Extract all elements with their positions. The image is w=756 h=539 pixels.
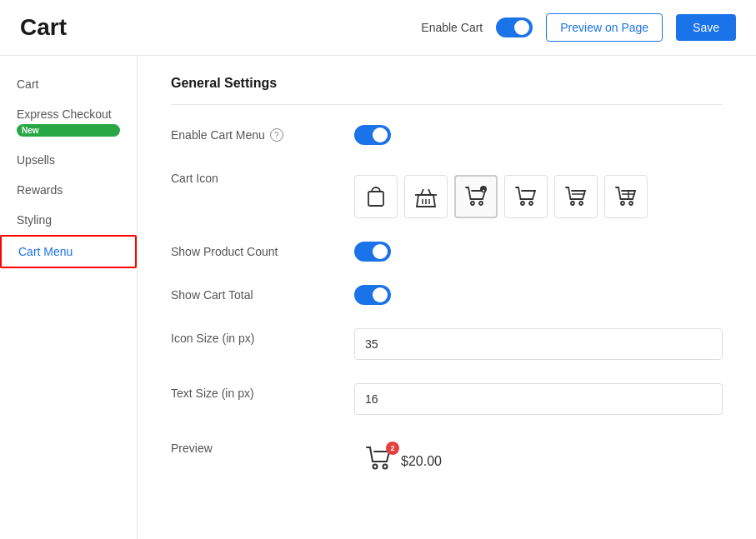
text-size-input[interactable] [354,383,723,415]
enable-cart-menu-label: Enable Cart Menu ? [171,125,354,142]
preview-on-page-button[interactable]: Preview on Page [546,13,663,42]
show-product-count-toggle[interactable] [354,242,391,262]
sidebar-item-upsells[interactable]: Upsells [0,145,137,175]
enable-cart-menu-help-icon[interactable]: ? [270,128,283,142]
svg-point-5 [479,202,483,205]
show-cart-total-label: Show Cart Total [171,285,354,302]
sidebar-item-rewards[interactable]: Rewards [0,175,137,205]
cart-icon-selector: ● [354,175,723,218]
preview-widget: 2 $20.00 [354,438,452,484]
preview-cart-icon: 2 [364,445,394,477]
preview-badge: 2 [386,442,399,455]
icon-size-input[interactable] [354,328,723,360]
svg-point-13 [621,202,624,205]
preview-price: $20.00 [401,454,442,469]
svg-text:●: ● [482,187,484,192]
text-size-label: Text Size (in px) [171,383,354,400]
icon-size-control [354,328,723,360]
show-cart-total-toggle[interactable] [354,285,391,305]
page-title: Cart [20,14,67,41]
text-size-control [354,383,723,415]
header-actions: Enable Cart Preview on Page Save [421,13,736,42]
preview-control: 2 $20.00 [354,438,723,484]
enable-cart-toggle[interactable] [496,17,533,37]
svg-point-8 [521,202,524,205]
svg-point-11 [579,202,583,205]
text-size-row: Text Size (in px) [171,383,723,415]
icon-size-label: Icon Size (in px) [171,328,354,345]
enable-cart-menu-row: Enable Cart Menu ? [171,125,723,145]
icon-size-row: Icon Size (in px) [171,328,723,360]
preview-label: Preview [171,438,354,455]
page-wrapper: Cart Enable Cart Preview on Page Save Ca… [0,0,756,539]
enable-cart-label: Enable Cart [421,21,483,34]
save-button[interactable]: Save [676,14,736,41]
header: Cart Enable Cart Preview on Page Save [0,0,756,56]
sidebar-item-cart[interactable]: Cart [0,69,137,99]
sidebar-item-cart-menu[interactable]: Cart Menu [0,235,137,268]
svg-point-18 [383,465,388,469]
svg-point-4 [471,202,474,205]
body-wrapper: Cart Express Checkout New Upsells Reward… [0,56,756,539]
express-checkout-label: Express Checkout [17,107,120,121]
cart-icon-option-0[interactable] [354,175,398,218]
show-product-count-label: Show Product Count [171,242,354,258]
enable-cart-menu-control [354,125,723,145]
svg-point-10 [571,202,574,205]
new-badge: New [17,124,120,137]
show-cart-total-control [354,285,723,305]
enable-cart-menu-toggle[interactable] [354,125,391,145]
cart-icon-option-2[interactable]: ● [454,175,498,218]
svg-point-14 [629,202,633,205]
divider [171,104,723,105]
cart-icon-option-3[interactable] [504,175,548,218]
section-title: General Settings [171,76,723,91]
cart-icon-option-4[interactable] [554,175,598,218]
svg-point-9 [529,202,533,205]
preview-row: Preview 2 $20.00 [171,438,723,484]
svg-rect-0 [368,192,383,206]
cart-icon-option-5[interactable] [604,175,648,218]
cart-icon-label: Cart Icon [171,168,354,185]
show-cart-total-row: Show Cart Total [171,285,723,305]
cart-icon-control: ● [354,168,723,218]
sidebar: Cart Express Checkout New Upsells Reward… [0,56,138,539]
sidebar-item-styling[interactable]: Styling [0,205,137,235]
sidebar-item-express-checkout[interactable]: Express Checkout New [0,99,137,145]
svg-point-17 [373,465,378,469]
show-product-count-control [354,242,723,262]
main-content: General Settings Enable Cart Menu ? Cart… [138,56,756,539]
cart-icon-row: Cart Icon [171,168,723,218]
show-product-count-row: Show Product Count [171,242,723,262]
cart-icon-option-1[interactable] [404,175,448,218]
